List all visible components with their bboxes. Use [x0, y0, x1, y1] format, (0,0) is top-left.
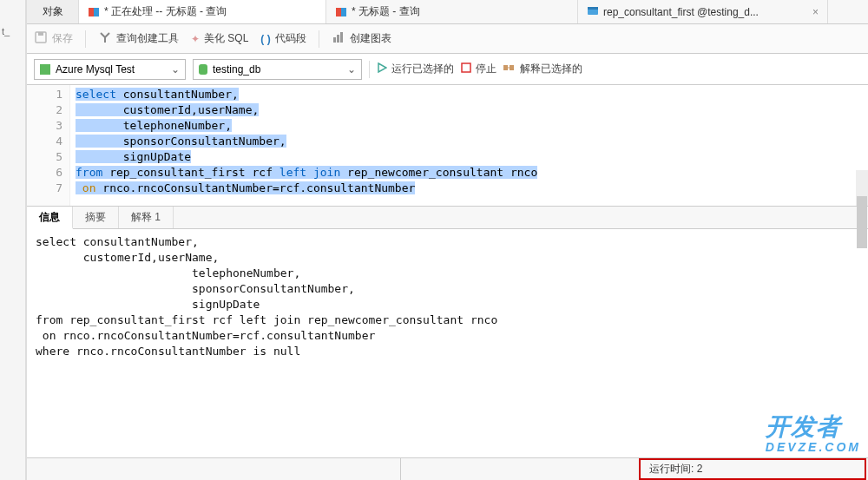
parentheses-icon: ( )	[260, 33, 270, 45]
tab-query-untitled[interactable]: * 无标题 - 查询	[326, 0, 578, 23]
watermark-main: 开发者	[766, 413, 841, 440]
watermark: 开发者 DEVZE.COM	[766, 411, 861, 454]
line-number: 3	[27, 118, 62, 134]
tab-label: rep_consultant_first @testing_d...	[603, 6, 759, 18]
message-panel[interactable]: select consultantNumber, customerId,user…	[27, 229, 868, 457]
tab-label: * 正在处理 -- 无标题 - 查询	[104, 4, 227, 19]
code-text: signUpDate	[76, 150, 191, 163]
code-area[interactable]: select consultantNumber, customerId,user…	[70, 85, 868, 206]
svg-rect-10	[340, 32, 343, 43]
chart-label: 创建图表	[350, 31, 391, 46]
line-number: 1	[27, 87, 62, 102]
line-number: 7	[27, 181, 62, 196]
snippet-label: 代码段	[275, 31, 306, 46]
status-runtime: 运行时间: 2	[639, 458, 866, 480]
run-label: 运行已选择的	[391, 62, 454, 76]
code-text: rep_consultant_first rcf	[102, 166, 279, 179]
close-icon[interactable]: ×	[812, 6, 819, 18]
tab-objects[interactable]: 对象	[27, 0, 79, 23]
connection-status-icon	[40, 64, 50, 75]
result-tab-summary[interactable]: 摘要	[73, 207, 119, 228]
code-text: sponsorConsultantNumber,	[76, 135, 286, 148]
result-tab-info[interactable]: 信息	[27, 207, 73, 229]
status-segment	[400, 458, 639, 480]
chevron-down-icon: ⌄	[171, 63, 180, 76]
tools-icon	[98, 30, 112, 47]
code-text: rep_newcomer_consultant rnco	[340, 166, 537, 179]
chevron-down-icon: ⌄	[347, 63, 356, 76]
separator	[319, 30, 319, 48]
code-text: rnco.rncoConsultantNumber=rcf.consultant…	[95, 181, 415, 194]
left-panel-handle[interactable]: t_	[2, 26, 10, 36]
status-bar: 运行时间: 2	[27, 457, 868, 480]
explain-selected-button[interactable]: 解释已选择的	[503, 62, 582, 76]
svg-rect-3	[341, 8, 346, 16]
beautify-sql-button[interactable]: ✦ 美化 SQL	[191, 31, 248, 46]
query-icon	[335, 6, 347, 18]
svg-rect-9	[337, 35, 339, 43]
sql-editor[interactable]: 1 2 3 4 5 6 7 select consultantNumber, c…	[27, 85, 868, 207]
svg-rect-12	[462, 63, 470, 72]
svg-rect-8	[333, 37, 336, 43]
stop-label: 停止	[476, 62, 496, 76]
line-number: 4	[27, 134, 62, 149]
connection-dropdown[interactable]: Azure Mysql Test ⌄	[34, 59, 186, 80]
save-button[interactable]: 保存	[34, 30, 73, 47]
stop-button[interactable]: 停止	[461, 62, 496, 76]
database-dropdown[interactable]: testing_db ⌄	[193, 59, 362, 80]
keyword: select	[76, 88, 116, 101]
keyword: left join	[279, 166, 340, 179]
line-number: 6	[27, 165, 62, 181]
save-label: 保存	[52, 31, 73, 46]
scrollbar[interactable]	[856, 170, 868, 206]
line-number: 5	[27, 149, 62, 165]
explain-icon	[503, 62, 516, 76]
query-builder-label: 查询创建工具	[116, 31, 179, 46]
svg-rect-5	[588, 7, 598, 10]
code-text: telephoneNumber,	[76, 119, 232, 132]
query-builder-button[interactable]: 查询创建工具	[98, 30, 179, 47]
tab-label: * 无标题 - 查询	[352, 4, 420, 19]
keyword: from	[76, 166, 102, 179]
table-icon	[587, 4, 599, 19]
tab-table-rep-consultant[interactable]: rep_consultant_first @testing_d... ×	[578, 0, 828, 23]
chart-icon	[332, 30, 345, 47]
svg-rect-13	[503, 65, 508, 70]
stop-icon	[461, 62, 471, 76]
svg-marker-11	[378, 63, 386, 72]
line-gutter: 1 2 3 4 5 6 7	[27, 85, 70, 206]
line-number: 2	[27, 102, 62, 118]
connection-name: Azure Mysql Test	[56, 63, 135, 76]
separator	[369, 61, 370, 78]
query-icon	[88, 6, 100, 18]
code-snippet-button[interactable]: ( ) 代码段	[260, 31, 306, 46]
svg-rect-2	[336, 8, 341, 16]
database-icon	[199, 64, 207, 75]
sparkle-icon: ✦	[191, 33, 200, 45]
svg-rect-14	[510, 65, 514, 70]
separator	[85, 30, 86, 48]
code-text: customerId,userName,	[76, 103, 259, 116]
run-selected-button[interactable]: 运行已选择的	[377, 62, 454, 76]
svg-rect-7	[38, 32, 43, 36]
beautify-label: 美化 SQL	[204, 31, 248, 46]
create-chart-button[interactable]: 创建图表	[332, 30, 391, 47]
svg-rect-0	[89, 8, 94, 16]
svg-rect-1	[94, 8, 99, 16]
play-icon	[377, 62, 387, 76]
code-text: consultantNumber,	[116, 88, 239, 101]
save-icon	[34, 30, 48, 47]
result-tabs: 信息 摘要 解释 1	[27, 207, 868, 229]
watermark-sub: DEVZE.COM	[766, 440, 861, 454]
connection-bar: Azure Mysql Test ⌄ testing_db ⌄ 运行已选择的 停…	[27, 54, 868, 85]
keyword: on	[76, 181, 95, 194]
result-tab-explain[interactable]: 解释 1	[119, 207, 174, 228]
tab-query-running[interactable]: * 正在处理 -- 无标题 - 查询	[79, 0, 326, 23]
database-name: testing_db	[213, 63, 260, 76]
toolbar: 保存 查询创建工具 ✦ 美化 SQL ( ) 代码段 创建图表	[27, 24, 868, 54]
tab-label: 对象	[43, 4, 63, 19]
status-segment	[27, 458, 400, 480]
runtime-label: 运行时间: 2	[649, 462, 702, 477]
document-tabs: 对象 * 正在处理 -- 无标题 - 查询 * 无标题 - 查询 rep_con…	[27, 0, 868, 24]
explain-label: 解释已选择的	[520, 62, 582, 76]
